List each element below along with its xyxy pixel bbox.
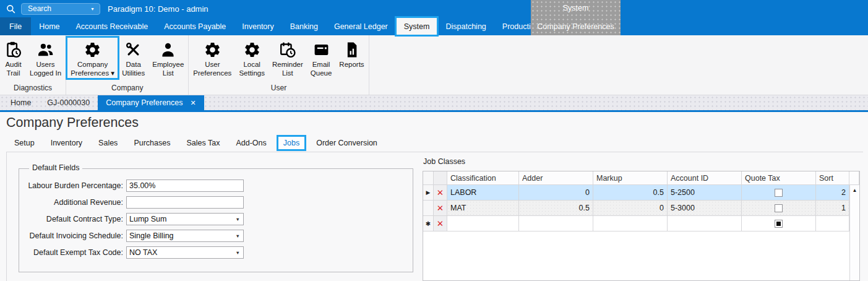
menu-item-system[interactable]: System bbox=[396, 17, 438, 35]
row-marker[interactable]: ▶ bbox=[423, 185, 434, 201]
ribbon-button-label: EmployeeList bbox=[152, 61, 184, 77]
search-input[interactable]: Search ▼ bbox=[21, 3, 100, 15]
cell-adder[interactable]: 0.5 bbox=[519, 201, 593, 216]
gear-icon bbox=[84, 38, 101, 61]
ribbon-group-user: UserPreferencesLocalSettingsReminderList… bbox=[189, 35, 369, 95]
field-row-labour-burden-percentage: Labour Burden Percentage: bbox=[19, 179, 413, 192]
search-dropdown-caret-icon[interactable]: ▼ bbox=[90, 7, 95, 11]
cell-sort[interactable] bbox=[816, 216, 849, 231]
ribbon-button-users-logged-in[interactable]: UsersLogged In bbox=[27, 38, 64, 78]
delete-row-button[interactable]: ✕ bbox=[434, 185, 447, 201]
grid-vertical-scrollbar[interactable]: ▲ bbox=[849, 185, 859, 280]
ribbon-group-company: CompanyPreferences ▾DataUtilitiesEmploye… bbox=[66, 35, 189, 95]
document-tab-label: GJ-0000030 bbox=[47, 98, 90, 107]
cell-account-id[interactable] bbox=[668, 216, 742, 231]
document-tab-home[interactable]: Home bbox=[2, 95, 39, 110]
field-row-default-contract-type: Default Contract Type:Lump Sum▼ bbox=[19, 213, 413, 225]
cell-quote-tax[interactable] bbox=[742, 216, 816, 231]
cell-classification[interactable]: MAT bbox=[447, 201, 519, 216]
delete-icon[interactable]: ✕ bbox=[437, 203, 444, 213]
person-icon bbox=[159, 38, 177, 61]
cell-quote-tax[interactable] bbox=[742, 201, 816, 216]
menu-item-general-ledger[interactable]: General Ledger bbox=[326, 17, 396, 35]
row-marker[interactable]: ✱ bbox=[423, 216, 434, 231]
cell-classification[interactable]: LABOR bbox=[447, 185, 519, 201]
quote-tax-checkbox[interactable] bbox=[775, 189, 783, 197]
delete-row-button[interactable]: ✕ bbox=[434, 201, 447, 216]
cell-account-id[interactable]: 5-2500 bbox=[668, 185, 742, 201]
menu-item-accounts-payable[interactable]: Accounts Payable bbox=[156, 17, 234, 35]
additional-revenue-field[interactable] bbox=[126, 196, 244, 209]
tab-add-ons[interactable]: Add-Ons bbox=[228, 137, 274, 149]
field-row-default-exempt-tax-code: Default Exempt Tax Code:NO TAX▼ bbox=[19, 246, 413, 259]
cell-account-id[interactable]: 5-3000 bbox=[668, 201, 742, 216]
ribbon-button-label: UsersLogged In bbox=[30, 61, 61, 77]
column-header-quote-tax[interactable]: Quote Tax bbox=[742, 171, 816, 185]
default-contract-type-select[interactable]: Lump Sum▼ bbox=[126, 213, 244, 225]
tab-setup[interactable]: Setup bbox=[6, 137, 43, 149]
quote-tax-checkbox[interactable] bbox=[775, 220, 783, 228]
ribbon-button-company-preferences[interactable]: CompanyPreferences ▾ bbox=[67, 38, 118, 78]
ribbon-group-diagnostics: AuditTrailUsersLogged InDiagnostics bbox=[0, 35, 66, 95]
cell-markup[interactable] bbox=[593, 216, 668, 231]
field-label: Default Contract Type: bbox=[19, 215, 123, 223]
cell-sort[interactable]: 1 bbox=[816, 201, 849, 216]
column-header-classification[interactable]: Classification bbox=[447, 171, 519, 185]
cell-classification[interactable] bbox=[447, 216, 519, 231]
row-marker[interactable] bbox=[423, 201, 434, 216]
default-exempt-tax-code-select[interactable]: NO TAX▼ bbox=[126, 246, 244, 259]
document-tab-company-preferences[interactable]: Company Preferences✕ bbox=[98, 95, 204, 110]
ribbon-button-reports[interactable]: Reports bbox=[336, 38, 367, 70]
chevron-down-icon[interactable]: ▼ bbox=[236, 250, 240, 256]
search-icon[interactable] bbox=[0, 3, 21, 15]
menubar: FileHomeAccounts ReceivableAccounts Paya… bbox=[0, 17, 868, 35]
document-tab-label: Home bbox=[11, 98, 31, 107]
ribbon-group-label: Company bbox=[67, 84, 187, 95]
panel-left-border bbox=[6, 152, 7, 281]
cell-quote-tax[interactable] bbox=[742, 185, 816, 201]
ribbon-button-employee-list[interactable]: EmployeeList bbox=[149, 38, 187, 78]
menu-item-dispatching[interactable]: Dispatching bbox=[437, 17, 494, 35]
cell-adder[interactable] bbox=[519, 216, 593, 231]
tab-sales-tax[interactable]: Sales Tax bbox=[178, 137, 228, 149]
tab-purchases[interactable]: Purchases bbox=[126, 137, 178, 149]
scroll-up-button[interactable]: ▲ bbox=[853, 188, 857, 193]
menu-item-banking[interactable]: Banking bbox=[282, 17, 326, 35]
menu-item-inventory[interactable]: Inventory bbox=[234, 17, 281, 35]
delete-icon[interactable]: ✕ bbox=[437, 218, 444, 228]
chevron-down-icon[interactable]: ▼ bbox=[236, 217, 240, 222]
app-title: Paradigm 10: Demo - admin bbox=[108, 4, 208, 14]
menu-item-home[interactable]: Home bbox=[31, 17, 67, 35]
ribbon-button-data-utilities[interactable]: DataUtilities bbox=[119, 38, 148, 78]
column-header-account-id[interactable]: Account ID bbox=[668, 171, 742, 185]
tab-sales[interactable]: Sales bbox=[90, 137, 126, 149]
quote-tax-checkbox[interactable] bbox=[775, 204, 783, 212]
menu-item-file[interactable]: File bbox=[0, 17, 31, 35]
tab-inventory[interactable]: Inventory bbox=[43, 137, 90, 149]
column-header-markup[interactable]: Markup bbox=[593, 171, 668, 185]
cell-markup[interactable]: 0 bbox=[593, 201, 668, 216]
tab-jobs[interactable]: Jobs bbox=[278, 137, 304, 149]
column-header-adder[interactable]: Adder bbox=[519, 171, 593, 185]
document-tab-gj-0000030[interactable]: GJ-0000030 bbox=[39, 95, 98, 110]
default-invoicing-schedule-select[interactable]: Single Billing▼ bbox=[126, 230, 244, 242]
labour-burden-percentage-field[interactable] bbox=[126, 179, 244, 192]
delete-icon[interactable]: ✕ bbox=[437, 188, 444, 197]
ribbon-button-reminder-list[interactable]: ReminderList bbox=[269, 38, 306, 78]
menu-item-accounts-receivable[interactable]: Accounts Receivable bbox=[68, 17, 157, 35]
ribbon-button-email-queue[interactable]: EmailQueue bbox=[307, 38, 335, 78]
search-placeholder: Search bbox=[28, 4, 51, 13]
cell-sort[interactable]: 2 bbox=[816, 185, 849, 201]
ribbon-button-local-settings[interactable]: LocalSettings bbox=[236, 38, 268, 78]
ribbon-group-label: User bbox=[190, 84, 367, 95]
chevron-down-icon[interactable]: ▼ bbox=[236, 233, 240, 239]
delete-row-button[interactable]: ✕ bbox=[434, 216, 447, 231]
column-header-sort[interactable]: Sort bbox=[816, 171, 849, 185]
tab-order-conversion[interactable]: Order Conversion bbox=[308, 137, 385, 149]
cell-markup[interactable]: 0.5 bbox=[593, 185, 668, 201]
ribbon-button-audit-trail[interactable]: AuditTrail bbox=[1, 38, 25, 78]
close-icon[interactable]: ✕ bbox=[191, 100, 196, 106]
cell-adder[interactable]: 0 bbox=[519, 185, 593, 201]
ribbon-button-user-preferences[interactable]: UserPreferences bbox=[190, 38, 234, 78]
ribbon: AuditTrailUsersLogged InDiagnosticsCompa… bbox=[0, 35, 868, 95]
